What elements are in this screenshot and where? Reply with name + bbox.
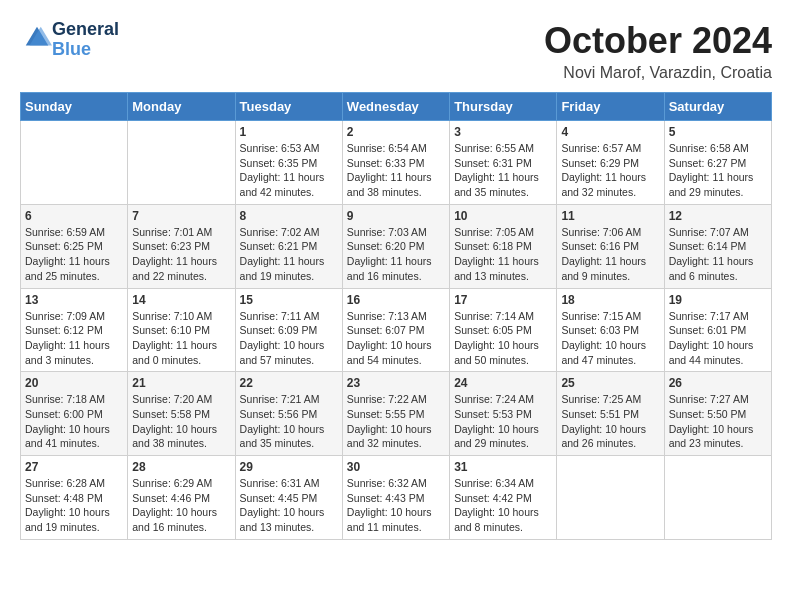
calendar-cell: [21, 121, 128, 205]
day-daylight: Daylight: 10 hours and 35 minutes.: [240, 423, 325, 450]
day-daylight: Daylight: 10 hours and 16 minutes.: [132, 506, 217, 533]
day-sunset: Sunset: 4:45 PM: [240, 492, 318, 504]
calendar-cell: 19 Sunrise: 7:17 AM Sunset: 6:01 PM Dayl…: [664, 288, 771, 372]
day-daylight: Daylight: 11 hours and 16 minutes.: [347, 255, 432, 282]
day-sunset: Sunset: 4:43 PM: [347, 492, 425, 504]
day-daylight: Daylight: 11 hours and 42 minutes.: [240, 171, 325, 198]
day-number: 20: [25, 376, 123, 390]
calendar-cell: 26 Sunrise: 7:27 AM Sunset: 5:50 PM Dayl…: [664, 372, 771, 456]
calendar-cell: 9 Sunrise: 7:03 AM Sunset: 6:20 PM Dayli…: [342, 204, 449, 288]
day-sunset: Sunset: 6:09 PM: [240, 324, 318, 336]
calendar-cell: 30 Sunrise: 6:32 AM Sunset: 4:43 PM Dayl…: [342, 456, 449, 540]
calendar-cell: 24 Sunrise: 7:24 AM Sunset: 5:53 PM Dayl…: [450, 372, 557, 456]
day-sunset: Sunset: 6:00 PM: [25, 408, 103, 420]
calendar-cell: 17 Sunrise: 7:14 AM Sunset: 6:05 PM Dayl…: [450, 288, 557, 372]
day-number: 31: [454, 460, 552, 474]
calendar-week-1: 1 Sunrise: 6:53 AM Sunset: 6:35 PM Dayli…: [21, 121, 772, 205]
calendar-cell: 21 Sunrise: 7:20 AM Sunset: 5:58 PM Dayl…: [128, 372, 235, 456]
day-sunrise: Sunrise: 6:55 AM: [454, 142, 534, 154]
day-sunset: Sunset: 5:50 PM: [669, 408, 747, 420]
calendar-cell: [128, 121, 235, 205]
day-sunset: Sunset: 6:05 PM: [454, 324, 532, 336]
calendar-cell: 15 Sunrise: 7:11 AM Sunset: 6:09 PM Dayl…: [235, 288, 342, 372]
day-sunset: Sunset: 6:29 PM: [561, 157, 639, 169]
calendar-cell: 27 Sunrise: 6:28 AM Sunset: 4:48 PM Dayl…: [21, 456, 128, 540]
calendar-cell: 16 Sunrise: 7:13 AM Sunset: 6:07 PM Dayl…: [342, 288, 449, 372]
day-number: 12: [669, 209, 767, 223]
calendar-cell: 2 Sunrise: 6:54 AM Sunset: 6:33 PM Dayli…: [342, 121, 449, 205]
calendar-cell: 12 Sunrise: 7:07 AM Sunset: 6:14 PM Dayl…: [664, 204, 771, 288]
day-sunset: Sunset: 6:16 PM: [561, 240, 639, 252]
calendar-cell: 25 Sunrise: 7:25 AM Sunset: 5:51 PM Dayl…: [557, 372, 664, 456]
calendar-cell: 4 Sunrise: 6:57 AM Sunset: 6:29 PM Dayli…: [557, 121, 664, 205]
logo: General Blue: [20, 20, 119, 60]
day-sunset: Sunset: 6:12 PM: [25, 324, 103, 336]
logo-icon: [22, 23, 52, 53]
day-daylight: Daylight: 11 hours and 6 minutes.: [669, 255, 754, 282]
calendar-cell: [557, 456, 664, 540]
day-sunrise: Sunrise: 7:15 AM: [561, 310, 641, 322]
logo-text: General Blue: [52, 20, 119, 60]
day-sunrise: Sunrise: 7:09 AM: [25, 310, 105, 322]
calendar-cell: 1 Sunrise: 6:53 AM Sunset: 6:35 PM Dayli…: [235, 121, 342, 205]
day-number: 22: [240, 376, 338, 390]
weekday-header-tuesday: Tuesday: [235, 93, 342, 121]
day-sunset: Sunset: 5:51 PM: [561, 408, 639, 420]
day-sunset: Sunset: 6:25 PM: [25, 240, 103, 252]
day-sunrise: Sunrise: 7:20 AM: [132, 393, 212, 405]
calendar-cell: 22 Sunrise: 7:21 AM Sunset: 5:56 PM Dayl…: [235, 372, 342, 456]
calendar-cell: 10 Sunrise: 7:05 AM Sunset: 6:18 PM Dayl…: [450, 204, 557, 288]
day-number: 8: [240, 209, 338, 223]
day-daylight: Daylight: 10 hours and 26 minutes.: [561, 423, 646, 450]
calendar-table: SundayMondayTuesdayWednesdayThursdayFrid…: [20, 92, 772, 540]
day-daylight: Daylight: 11 hours and 3 minutes.: [25, 339, 110, 366]
day-number: 2: [347, 125, 445, 139]
weekday-header-monday: Monday: [128, 93, 235, 121]
day-sunset: Sunset: 6:03 PM: [561, 324, 639, 336]
day-sunrise: Sunrise: 7:05 AM: [454, 226, 534, 238]
day-sunset: Sunset: 5:58 PM: [132, 408, 210, 420]
day-number: 26: [669, 376, 767, 390]
day-daylight: Daylight: 11 hours and 32 minutes.: [561, 171, 646, 198]
day-daylight: Daylight: 10 hours and 54 minutes.: [347, 339, 432, 366]
day-sunrise: Sunrise: 7:25 AM: [561, 393, 641, 405]
day-number: 14: [132, 293, 230, 307]
day-sunset: Sunset: 4:46 PM: [132, 492, 210, 504]
day-sunrise: Sunrise: 7:13 AM: [347, 310, 427, 322]
day-daylight: Daylight: 10 hours and 57 minutes.: [240, 339, 325, 366]
calendar-cell: 31 Sunrise: 6:34 AM Sunset: 4:42 PM Dayl…: [450, 456, 557, 540]
day-sunset: Sunset: 6:10 PM: [132, 324, 210, 336]
calendar-cell: 6 Sunrise: 6:59 AM Sunset: 6:25 PM Dayli…: [21, 204, 128, 288]
day-daylight: Daylight: 10 hours and 32 minutes.: [347, 423, 432, 450]
day-daylight: Daylight: 11 hours and 0 minutes.: [132, 339, 217, 366]
day-sunset: Sunset: 6:07 PM: [347, 324, 425, 336]
day-sunrise: Sunrise: 7:21 AM: [240, 393, 320, 405]
day-daylight: Daylight: 10 hours and 19 minutes.: [25, 506, 110, 533]
day-sunrise: Sunrise: 6:59 AM: [25, 226, 105, 238]
day-number: 19: [669, 293, 767, 307]
day-sunset: Sunset: 4:48 PM: [25, 492, 103, 504]
day-daylight: Daylight: 11 hours and 9 minutes.: [561, 255, 646, 282]
day-number: 18: [561, 293, 659, 307]
day-number: 15: [240, 293, 338, 307]
day-daylight: Daylight: 10 hours and 41 minutes.: [25, 423, 110, 450]
day-sunset: Sunset: 6:31 PM: [454, 157, 532, 169]
month-title: October 2024: [544, 20, 772, 62]
day-sunrise: Sunrise: 6:34 AM: [454, 477, 534, 489]
day-sunrise: Sunrise: 6:58 AM: [669, 142, 749, 154]
day-number: 30: [347, 460, 445, 474]
day-sunrise: Sunrise: 7:14 AM: [454, 310, 534, 322]
calendar-cell: 20 Sunrise: 7:18 AM Sunset: 6:00 PM Dayl…: [21, 372, 128, 456]
calendar-cell: 18 Sunrise: 7:15 AM Sunset: 6:03 PM Dayl…: [557, 288, 664, 372]
calendar-cell: 29 Sunrise: 6:31 AM Sunset: 4:45 PM Dayl…: [235, 456, 342, 540]
day-number: 6: [25, 209, 123, 223]
day-number: 24: [454, 376, 552, 390]
day-number: 9: [347, 209, 445, 223]
day-daylight: Daylight: 11 hours and 35 minutes.: [454, 171, 539, 198]
day-number: 23: [347, 376, 445, 390]
day-sunset: Sunset: 6:18 PM: [454, 240, 532, 252]
day-sunrise: Sunrise: 7:02 AM: [240, 226, 320, 238]
calendar-cell: 5 Sunrise: 6:58 AM Sunset: 6:27 PM Dayli…: [664, 121, 771, 205]
day-sunrise: Sunrise: 6:57 AM: [561, 142, 641, 154]
day-number: 3: [454, 125, 552, 139]
